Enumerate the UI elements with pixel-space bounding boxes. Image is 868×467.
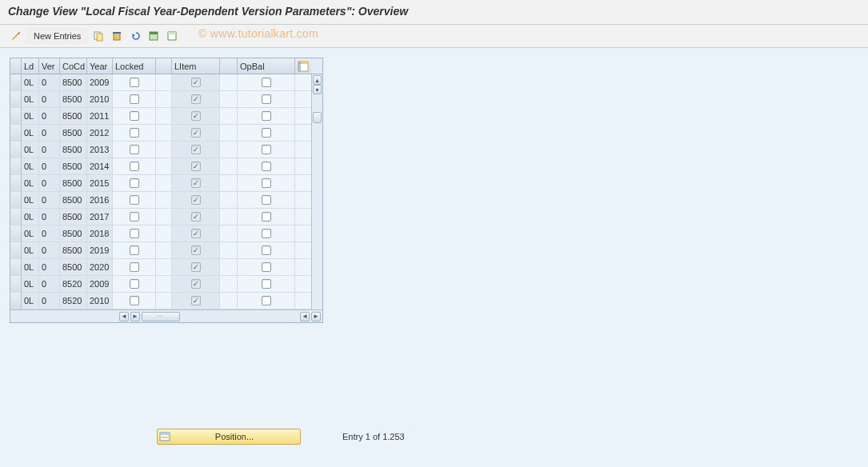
checkbox-locked[interactable] <box>130 145 139 154</box>
checkbox-locked[interactable] <box>130 111 139 121</box>
checkbox-opbal[interactable] <box>262 111 271 121</box>
table-row[interactable]: 0L085202010 <box>10 293 311 309</box>
cell-opbal[interactable] <box>238 259 295 276</box>
checkbox-opbal[interactable] <box>262 78 271 87</box>
checkbox-opbal[interactable] <box>262 296 271 305</box>
undo-change-button[interactable] <box>127 28 143 44</box>
col-header-ver[interactable]: Ver <box>39 58 60 74</box>
checkbox-opbal[interactable] <box>262 229 271 238</box>
table-row[interactable]: 0L085002014 <box>10 158 311 175</box>
configure-columns-button[interactable] <box>295 58 311 74</box>
col-header-year[interactable]: Year <box>87 58 113 74</box>
position-button[interactable]: Position... <box>157 429 301 445</box>
select-all-button[interactable] <box>146 28 162 44</box>
row-selector[interactable] <box>10 175 22 192</box>
row-selector[interactable] <box>10 209 22 226</box>
deselect-all-button[interactable] <box>164 28 180 44</box>
col-header-cocd[interactable]: CoCd <box>60 58 87 74</box>
checkbox-locked[interactable] <box>130 279 139 289</box>
cell-locked[interactable] <box>113 293 156 309</box>
vertical-scrollbar[interactable]: ▲ ▼ <box>311 74 322 309</box>
row-selector[interactable] <box>10 125 22 142</box>
row-selector[interactable] <box>10 259 22 276</box>
cell-opbal[interactable] <box>238 192 295 209</box>
col-header-locked[interactable]: Locked <box>113 58 156 74</box>
col-header-select[interactable] <box>10 58 22 74</box>
row-selector[interactable] <box>10 293 22 309</box>
horizontal-scrollbar[interactable]: ◄ ► ◄ ► <box>10 309 322 322</box>
checkbox-locked[interactable] <box>130 262 139 272</box>
checkbox-opbal[interactable] <box>262 245 271 255</box>
toggle-display-change-button[interactable] <box>8 28 24 44</box>
cell-locked[interactable] <box>113 74 156 91</box>
row-selector[interactable] <box>10 91 22 108</box>
checkbox-locked[interactable] <box>130 94 139 104</box>
cell-locked[interactable] <box>113 158 156 175</box>
row-selector[interactable] <box>10 142 22 158</box>
scroll-right-end-button[interactable]: ► <box>311 312 321 321</box>
cell-opbal[interactable] <box>238 242 295 259</box>
row-selector[interactable] <box>10 242 22 259</box>
table-row[interactable]: 0L085002016 <box>10 192 311 209</box>
row-selector[interactable] <box>10 226 22 242</box>
table-row[interactable]: 0L085002011 <box>10 108 311 125</box>
checkbox-locked[interactable] <box>130 245 139 255</box>
table-row[interactable]: 0L085002012 <box>10 125 311 142</box>
scroll-left-button[interactable]: ◄ <box>119 312 129 321</box>
row-selector[interactable] <box>10 192 22 209</box>
table-row[interactable]: 0L085002009 <box>10 74 311 91</box>
checkbox-opbal[interactable] <box>262 262 271 272</box>
cell-opbal[interactable] <box>238 226 295 242</box>
checkbox-locked[interactable] <box>130 195 139 205</box>
cell-opbal[interactable] <box>238 74 295 91</box>
checkbox-opbal[interactable] <box>262 128 271 138</box>
col-header-opbal[interactable]: OpBal <box>238 58 295 74</box>
delete-button[interactable] <box>109 28 125 44</box>
table-row[interactable]: 0L085002015 <box>10 175 311 192</box>
cell-locked[interactable] <box>113 259 156 276</box>
checkbox-opbal[interactable] <box>262 178 271 188</box>
row-selector[interactable] <box>10 158 22 175</box>
checkbox-opbal[interactable] <box>262 212 271 222</box>
cell-locked[interactable] <box>113 108 156 125</box>
table-row[interactable]: 0L085002018 <box>10 226 311 242</box>
row-selector[interactable] <box>10 74 22 91</box>
checkbox-opbal[interactable] <box>262 94 271 104</box>
cell-locked[interactable] <box>113 125 156 142</box>
cell-locked[interactable] <box>113 192 156 209</box>
row-selector[interactable] <box>10 108 22 125</box>
table-row[interactable]: 0L085002010 <box>10 91 311 108</box>
cell-locked[interactable] <box>113 91 156 108</box>
checkbox-opbal[interactable] <box>262 279 271 289</box>
checkbox-locked[interactable] <box>130 78 139 87</box>
cell-locked[interactable] <box>113 142 156 158</box>
checkbox-locked[interactable] <box>130 229 139 238</box>
table-row[interactable]: 0L085002017 <box>10 209 311 226</box>
checkbox-locked[interactable] <box>130 178 139 188</box>
cell-opbal[interactable] <box>238 142 295 158</box>
cell-locked[interactable] <box>113 175 156 192</box>
cell-locked[interactable] <box>113 276 156 293</box>
cell-opbal[interactable] <box>238 276 295 293</box>
checkbox-opbal[interactable] <box>262 145 271 154</box>
horizontal-scroll-thumb[interactable] <box>142 312 180 321</box>
cell-opbal[interactable] <box>238 293 295 309</box>
scroll-right-button[interactable]: ► <box>130 312 140 321</box>
scroll-down-button[interactable]: ▼ <box>313 85 322 94</box>
cell-locked[interactable] <box>113 209 156 226</box>
checkbox-opbal[interactable] <box>262 162 271 171</box>
row-selector[interactable] <box>10 276 22 293</box>
checkbox-locked[interactable] <box>130 128 139 138</box>
cell-opbal[interactable] <box>238 91 295 108</box>
table-row[interactable]: 0L085202009 <box>10 276 311 293</box>
copy-as-button[interactable] <box>90 28 106 44</box>
cell-locked[interactable] <box>113 226 156 242</box>
checkbox-locked[interactable] <box>130 162 139 171</box>
scroll-up-button[interactable]: ▲ <box>313 75 322 85</box>
col-header-ld[interactable]: Ld <box>22 58 39 74</box>
cell-opbal[interactable] <box>238 108 295 125</box>
table-row[interactable]: 0L085002020 <box>10 259 311 276</box>
table-row[interactable]: 0L085002013 <box>10 142 311 158</box>
checkbox-opbal[interactable] <box>262 195 271 205</box>
cell-opbal[interactable] <box>238 175 295 192</box>
